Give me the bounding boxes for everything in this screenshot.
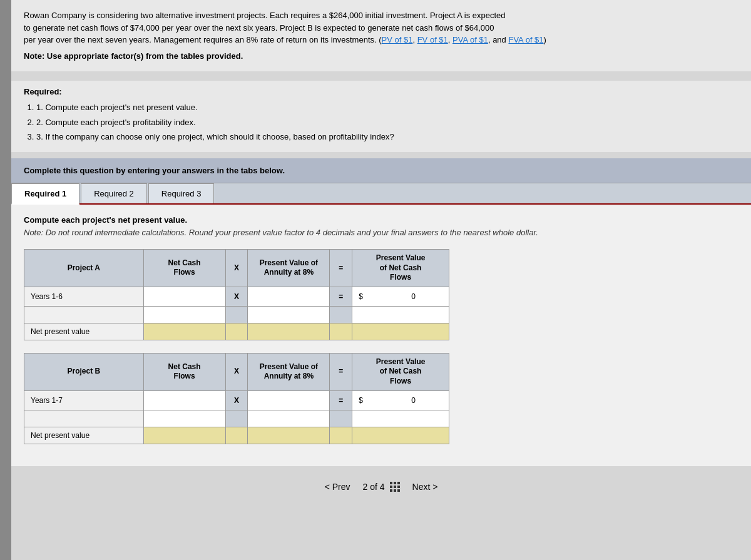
tab-required-1[interactable]: Required 1: [11, 183, 79, 205]
project-a-spacer-pv: [248, 306, 330, 323]
project-a-pv-result-cell: $: [352, 287, 449, 306]
project-a-col-x: X: [225, 250, 248, 287]
required-section: Required: 1. Compute each project's net …: [11, 81, 751, 152]
project-a-years-label: Years 1-6: [24, 287, 144, 306]
required-item-3: 3. If the company can choose only one pr…: [36, 131, 738, 143]
project-b-header: Project B Net CashFlows X Present Value …: [24, 353, 449, 390]
project-a-col-pv-result: Present Valueof Net CashFlows: [352, 250, 449, 287]
project-a-equals-operator: =: [330, 287, 352, 306]
project-a-spacer-x: [225, 306, 248, 323]
required-list: 1. Compute each project's net present va…: [24, 101, 738, 143]
problem-paragraph: Rowan Company is considering two alterna…: [24, 9, 738, 46]
project-b-net-cash-input[interactable]: [150, 395, 219, 406]
project-b-net-cash-input-cell: [143, 390, 225, 410]
complete-banner: Complete this question by entering your …: [11, 158, 751, 183]
problem-text-2: to generate net cash flows of $74,000 pe…: [24, 23, 494, 33]
project-b-col-pv-annuity: Present Value ofAnnuity at 8%: [248, 353, 330, 390]
project-b-pv-result-input[interactable]: [365, 396, 416, 405]
project-b-spacer-eq: [330, 410, 352, 427]
project-b-years-row: Years 1-7 X = $: [24, 390, 449, 410]
project-b-spacer-x: [225, 410, 248, 427]
project-a-pv-annuity-input-cell: [248, 287, 330, 306]
project-a-result-wrapper: $: [359, 292, 442, 301]
project-a-npv-net-cash: [143, 323, 225, 340]
bold-note-text: Note: Use appropriate factor(s) from the…: [24, 50, 738, 63]
project-a-npv-label: Net present value: [24, 323, 144, 340]
project-b-npv-eq: [330, 427, 352, 444]
project-a-npv-pv: [248, 323, 330, 340]
fva-link[interactable]: FVA of $1: [508, 35, 543, 44]
project-a-spacer-label: [24, 306, 144, 323]
project-a-pv-result-input[interactable]: [365, 292, 416, 301]
grid-icon: [390, 482, 400, 492]
pv-link[interactable]: PV of $1: [382, 35, 413, 44]
project-a-col-net-cash: Net CashFlows: [143, 250, 225, 287]
page-info: 2 of 4: [362, 482, 399, 492]
and-text: , and: [488, 35, 506, 44]
project-b-spacer-net-cash: [143, 410, 225, 427]
project-a-npv-result-cell: [352, 323, 449, 340]
project-a-pv-annuity-input[interactable]: [254, 291, 323, 302]
project-b-col-equals: =: [330, 353, 352, 390]
required-item-2: 2. Compute each project's profitability …: [36, 116, 738, 129]
project-a-net-cash-input[interactable]: [150, 291, 219, 302]
project-a-dollar-sign: $: [359, 292, 363, 301]
compute-line2: Note: Do not round intermediate calculat…: [24, 228, 538, 237]
tab-content: Compute each project's net present value…: [11, 205, 751, 466]
project-b-npv-net-cash: [143, 427, 225, 444]
page-info-text: 2 of 4: [362, 482, 384, 492]
project-b-dollar-sign: $: [359, 396, 363, 405]
project-a-col-pv-annuity: Present Value ofAnnuity at 8%: [248, 250, 330, 287]
compute-line1: Compute each project's net present value…: [24, 215, 187, 225]
project-b-result-wrapper: $: [359, 396, 442, 405]
project-b-years-label: Years 1-7: [24, 390, 144, 410]
project-b-pv-annuity-input[interactable]: [254, 395, 323, 406]
required-item-1: 1. Compute each project's net present va…: [36, 101, 738, 114]
project-b-npv-input[interactable]: [359, 431, 442, 440]
project-b-pv-result-cell: $: [352, 390, 449, 410]
project-b-npv-x: [225, 427, 248, 444]
project-b-spacer-pv: [248, 410, 330, 427]
project-a-years-row: Years 1-6 X = $: [24, 287, 449, 306]
project-b-npv-pv: [248, 427, 330, 444]
project-a-col-equals: =: [330, 250, 352, 287]
project-b-npv-result-cell: [352, 427, 449, 444]
problem-text-block: Rowan Company is considering two alterna…: [11, 0, 751, 71]
project-b-npv-row: Net present value: [24, 427, 449, 444]
project-b-label: Project B: [24, 353, 144, 390]
tab-container: Required 1 Required 2 Required 3 Compute…: [11, 183, 751, 466]
project-a-x-operator: X: [225, 287, 248, 306]
project-a-npv-x: [225, 323, 248, 340]
project-b-pv-annuity-input-cell: [248, 390, 330, 410]
project-b-col-x: X: [225, 353, 248, 390]
project-a-npv-input[interactable]: [359, 327, 442, 336]
fv-link[interactable]: FV of $1: [417, 35, 448, 44]
sidebar-strip: [0, 0, 11, 560]
page-wrapper: Rowan Company is considering two alterna…: [0, 0, 751, 560]
prev-button[interactable]: < Prev: [325, 482, 350, 492]
end-paren: ): [544, 35, 546, 44]
project-b-col-net-cash: Net CashFlows: [143, 353, 225, 390]
project-a-spacer-result: [352, 306, 449, 323]
project-b-col-pv-result: Present Valueof Net CashFlows: [352, 353, 449, 390]
tabs-row: Required 1 Required 2 Required 3: [11, 183, 751, 205]
required-heading: Required:: [24, 87, 738, 96]
compute-note: Compute each project's net present value…: [24, 214, 738, 240]
project-a-net-cash-input-cell: [143, 287, 225, 306]
project-a-table: Project A Net CashFlows X Present Value …: [24, 249, 449, 340]
problem-text-1: Rowan Company is considering two alterna…: [24, 11, 506, 20]
problem-text-3: per year over the next seven years. Mana…: [24, 35, 382, 44]
project-a-header: Project A Net CashFlows X Present Value …: [24, 250, 449, 287]
project-b-spacer-label: [24, 410, 144, 427]
project-a-npv-row: Net present value: [24, 323, 449, 340]
project-b-table: Project B Net CashFlows X Present Value …: [24, 353, 449, 444]
tab-required-2[interactable]: Required 2: [81, 183, 147, 203]
pva-link[interactable]: PVA of $1: [452, 35, 488, 44]
project-b-npv-label: Net present value: [24, 427, 144, 444]
next-button[interactable]: Next >: [412, 482, 438, 492]
project-b-spacer-result: [352, 410, 449, 427]
project-a-label: Project A: [24, 250, 144, 287]
navigation-bar: < Prev 2 of 4 Next >: [11, 472, 751, 501]
tab-required-3[interactable]: Required 3: [148, 183, 215, 203]
project-a-spacer-row: [24, 306, 449, 323]
